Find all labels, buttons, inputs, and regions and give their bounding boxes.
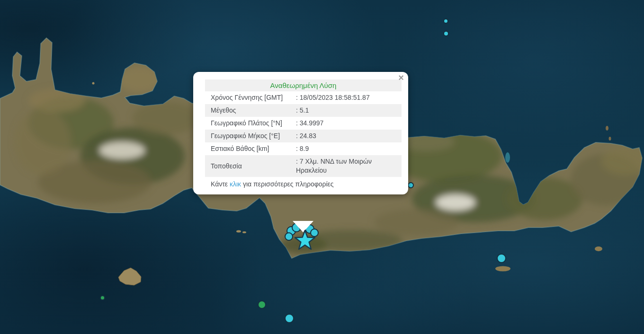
field-value: : 5.1	[296, 106, 402, 115]
field-label: Μέγεθος	[211, 106, 290, 115]
event-marker[interactable]	[258, 300, 266, 309]
event-marker[interactable]	[443, 18, 448, 24]
popup-row: Χρόνος Γέννησης [GMT] : 18/05/2023 18:58…	[205, 91, 402, 104]
popup-row: Μέγεθος : 5.1	[205, 104, 402, 117]
field-label: Εστιακό Βάθος [km]	[211, 144, 290, 153]
field-label: Τοποθεσία	[211, 162, 290, 171]
epicenter-star-marker[interactable]	[293, 229, 317, 253]
map-container[interactable]: × Αναθεωρημένη Λύση Χρόνος Γέννησης [GMT…	[0, 0, 644, 334]
event-marker[interactable]	[100, 295, 105, 300]
field-value: : 18/05/2023 18:58:51.87	[296, 93, 402, 102]
popup-title: Αναθεωρημένη Λύση	[205, 79, 402, 91]
event-marker[interactable]	[408, 182, 414, 188]
event-marker[interactable]	[497, 254, 506, 263]
popup-row: Εστιακό Βάθος [km] : 8.9	[205, 142, 402, 155]
field-label: Γεωγραφικό Μήκος [°E]	[211, 132, 290, 141]
field-label: Γεωγραφικό Πλάτος [°N]	[211, 119, 290, 128]
popup-row: Γεωγραφικό Πλάτος [°N] : 34.9997	[205, 117, 402, 130]
popup-row: Γεωγραφικό Μήκος [°E] : 24.83	[205, 130, 402, 142]
field-value: : 8.9	[296, 144, 402, 153]
more-info-line: Κάντε κλικ για περισσότερες πληροφορίες	[205, 180, 402, 189]
event-marker[interactable]	[285, 232, 293, 241]
earthquake-info-popup: × Αναθεωρημένη Λύση Χρόνος Γέννησης [GMT…	[193, 72, 408, 194]
footer-text: για περισσότερες πληροφορίες	[241, 180, 334, 188]
footer-text: Κάντε	[211, 180, 230, 188]
popup-row: Τοποθεσία : 7 Χλμ. ΝΝΔ των Μοιρών Ηρακλε…	[205, 155, 402, 177]
event-marker[interactable]	[285, 314, 294, 323]
field-value: : 34.9997	[296, 119, 402, 128]
field-label: Χρόνος Γέννησης [GMT]	[211, 93, 290, 102]
more-info-link[interactable]: κλικ	[230, 180, 241, 188]
event-marker[interactable]	[443, 31, 449, 36]
field-value: : 24.83	[296, 132, 402, 141]
field-value: : 7 Χλμ. ΝΝΔ των Μοιρών Ηρακλείου	[296, 157, 402, 175]
close-icon[interactable]: ×	[398, 72, 404, 83]
